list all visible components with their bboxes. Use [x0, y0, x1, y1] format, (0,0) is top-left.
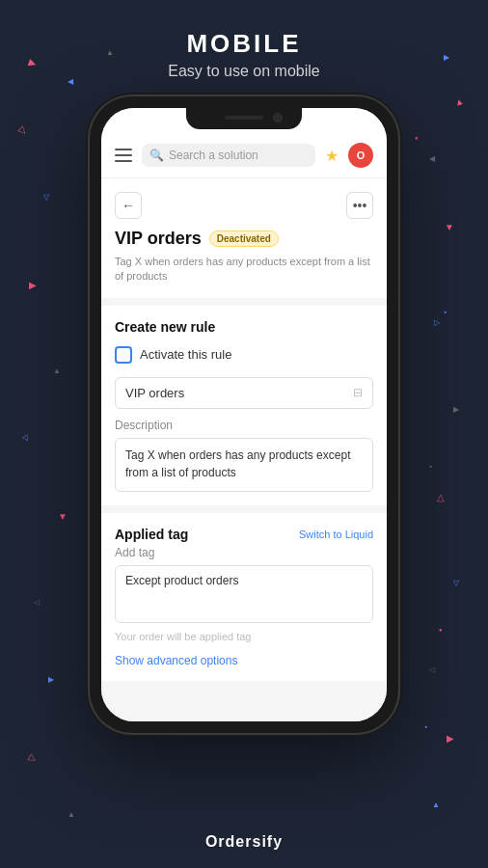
- deco-tri-9: ▼: [58, 511, 68, 522]
- phone-notch-camera: [273, 113, 283, 122]
- favorites-icon[interactable]: ★: [325, 147, 339, 165]
- hamburger-menu[interactable]: [115, 149, 132, 162]
- description-value: Tag X when orders has any products excep…: [125, 448, 350, 479]
- phone-frame: 🔍 Search a solution ★ O ← ••• VIP orders…: [90, 96, 398, 733]
- search-placeholder-text: Search a solution: [169, 149, 258, 162]
- phone-notch-speaker: [225, 116, 263, 120]
- activate-row: Activate this rule: [115, 346, 373, 364]
- header-section: MOBILE Easy to use on mobile: [0, 29, 488, 80]
- deco-dot-3: ●: [429, 463, 432, 469]
- deco-tri-8: ▷: [22, 434, 33, 444]
- document-icon: ⊟: [353, 386, 363, 399]
- phone-notch: [186, 108, 302, 129]
- activate-label: Activate this rule: [140, 347, 231, 362]
- app-title: MOBILE: [0, 29, 488, 59]
- rule-name-value: VIP orders: [125, 386, 184, 400]
- status-badge: Deactivated: [209, 231, 279, 247]
- tag-input-field[interactable]: Except product orders: [115, 565, 373, 623]
- hamburger-line-3: [115, 160, 132, 162]
- screen-content: ← ••• VIP orders Deactivated Tag X when …: [101, 178, 387, 721]
- rule-name-field[interactable]: VIP orders ⊟: [115, 377, 373, 409]
- applied-tag-header-row: Applied tag Switch to Liquid: [115, 527, 373, 542]
- deco-tri-r11: ▲: [432, 800, 440, 809]
- deco-dot-5: ●: [424, 723, 427, 729]
- applied-tag-title: Applied tag: [115, 527, 188, 542]
- switch-to-liquid-link[interactable]: Switch to Liquid: [299, 529, 373, 540]
- activate-checkbox[interactable]: [115, 346, 132, 364]
- user-avatar[interactable]: O: [348, 143, 373, 168]
- search-bar[interactable]: 🔍 Search a solution: [142, 144, 315, 167]
- page-title-row: VIP orders Deactivated: [115, 229, 373, 249]
- footer-section: Ordersify: [0, 833, 488, 851]
- tag-value: Except product orders: [125, 574, 238, 587]
- deco-tri-r8: ▽: [453, 579, 459, 587]
- search-icon: 🔍: [149, 149, 164, 162]
- app-subtitle: Easy to use on mobile: [0, 63, 488, 80]
- deco-tri-5: ▽: [43, 193, 49, 202]
- deco-tri-13: ▲: [68, 810, 75, 819]
- deco-tri-r5: ▷: [434, 318, 440, 327]
- deco-tri-r10: ▶: [447, 733, 454, 744]
- deco-tri-10: ◁: [34, 598, 40, 607]
- description-label: Description: [115, 419, 373, 432]
- phone-screen: 🔍 Search a solution ★ O ← ••• VIP orders…: [101, 108, 387, 721]
- deco-tri-12: ▷: [27, 751, 39, 765]
- description-textarea[interactable]: Tag X when orders has any products excep…: [115, 438, 373, 492]
- deco-tri-r4: ▼: [445, 222, 454, 232]
- tag-helper-text: Your order will be applied tag: [115, 631, 373, 642]
- create-rule-card: Create new rule Activate this rule VIP o…: [101, 306, 387, 505]
- nav-row: ← •••: [115, 192, 373, 219]
- back-button[interactable]: ←: [115, 192, 142, 219]
- deco-tri-11: ▶: [48, 675, 54, 684]
- deco-tri-r9: ◁: [429, 665, 435, 674]
- deco-dot-1: ●: [415, 135, 419, 141]
- deco-dot-4: ●: [439, 627, 443, 633]
- hamburger-line-2: [115, 154, 132, 156]
- deco-tri-6: ▶: [29, 280, 37, 290]
- add-tag-label: Add tag: [115, 546, 373, 559]
- deco-tri-7: ▲: [53, 366, 61, 375]
- deco-tri-4: ▷: [16, 124, 29, 137]
- page-description: Tag X when orders has any products excep…: [115, 255, 373, 285]
- more-options-button[interactable]: •••: [346, 192, 373, 219]
- brand-name: Ordersify: [205, 833, 283, 850]
- deco-tri-r7: △: [437, 492, 445, 502]
- applied-tag-card: Applied tag Switch to Liquid Add tag Exc…: [101, 513, 387, 681]
- vip-orders-header-card: ← ••• VIP orders Deactivated Tag X when …: [101, 178, 387, 298]
- deco-tri-r6: ▶: [453, 405, 459, 414]
- hamburger-line-1: [115, 149, 132, 150]
- show-advanced-options-link[interactable]: Show advanced options: [115, 654, 373, 667]
- deco-tri-r2: ▲: [453, 95, 466, 109]
- create-rule-title: Create new rule: [115, 319, 373, 335]
- deco-tri-r3: ◀: [429, 154, 435, 163]
- page-title: VIP orders: [115, 229, 202, 249]
- deco-dot-2: ●: [444, 309, 447, 314]
